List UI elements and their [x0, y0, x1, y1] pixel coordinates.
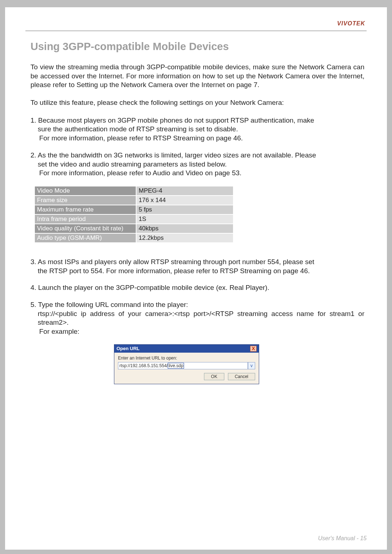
dialog-body: Enter an Internet URL to open: rtsp://19… — [114, 353, 259, 384]
setting-label: Video Mode — [34, 186, 136, 196]
setting-value: 1S — [136, 214, 233, 224]
setting-label: Video quality (Constant bit rate) — [34, 224, 136, 233]
settings-table: Video Mode MPEG-4 Frame size 176 x 144 M… — [34, 186, 234, 243]
dropdown-icon[interactable]: v — [248, 362, 255, 369]
step-3-lead: 3. As most ISPs and players only allow R… — [30, 258, 364, 267]
step-3: 3. As most ISPs and players only allow R… — [30, 258, 364, 275]
step-5-lead: 5. Type the following URL command into t… — [30, 300, 364, 309]
document-page: VIVOTEK Using 3GPP-compatible Mobile Dev… — [5, 7, 387, 550]
dialog-title-text: Open URL — [117, 346, 140, 351]
url-input-row: rtsp://192.168.5.151:554/live.sdp v — [118, 362, 255, 369]
step-1-more: For more information, please refer to RT… — [30, 134, 364, 143]
table-row: Video quality (Constant bit rate) 40kbps — [34, 224, 233, 233]
setting-label: Intra frame period — [34, 214, 136, 224]
setting-value: 12.2kbps — [136, 233, 233, 243]
url-input-selection: live.sdp — [168, 363, 184, 369]
table-row: Intra frame period 1S — [34, 214, 233, 224]
cancel-button[interactable]: Cancel — [228, 373, 255, 380]
step-5-url: rtsp://<public ip address of your camera… — [30, 309, 364, 327]
step-4-lead: 4. Launch the player on the 3GPP-compati… — [30, 283, 364, 292]
step-1-lead: 1. Because most players on 3GPP mobile p… — [30, 116, 364, 125]
step-4: 4. Launch the player on the 3GPP-compati… — [30, 283, 364, 292]
setting-label: Audio type (GSM-AMR) — [34, 233, 136, 243]
ok-button[interactable]: OK — [204, 373, 224, 380]
table-row: Audio type (GSM-AMR) 12.2kbps — [34, 233, 233, 243]
page-footer: User's Manual - 15 — [318, 535, 367, 542]
step-2: 2. As the the bandwidth on 3G networks i… — [30, 151, 364, 178]
url-input-prefix: rtsp://192.168.5.151:554/ — [119, 363, 168, 368]
setting-label: Maximum frame rate — [34, 205, 136, 214]
setting-value: MPEG-4 — [136, 186, 233, 196]
step-1: 1. Because most players on 3GPP mobile p… — [30, 116, 364, 143]
step-1-cont: sure the authentication mode of RTSP str… — [30, 125, 364, 134]
step-2-lead: 2. As the the bandwidth on 3G networks i… — [30, 151, 364, 160]
dialog-button-row: OK Cancel — [118, 373, 255, 380]
section-title: Using 3GPP-compatible Mobile Devices — [30, 41, 364, 53]
step-2-more: For more information, please refer to Au… — [30, 169, 364, 178]
intro-paragraph: To view the streaming media through 3GPP… — [30, 63, 364, 90]
brand-label: VIVOTEK — [25, 20, 367, 27]
setting-value: 176 x 144 — [136, 196, 233, 205]
setting-value: 40kbps — [136, 224, 233, 233]
step-3-cont: the RTSP port to 554. For more informati… — [30, 267, 364, 276]
table-row: Video Mode MPEG-4 — [34, 186, 233, 196]
setting-value: 5 fps — [136, 205, 233, 214]
open-url-dialog: Open URL X Enter an Internet URL to open… — [114, 344, 259, 384]
url-input-label: Enter an Internet URL to open: — [118, 356, 255, 361]
table-row: Frame size 176 x 144 — [34, 196, 233, 205]
page-content: Using 3GPP-compatible Mobile Devices To … — [25, 41, 367, 384]
close-icon[interactable]: X — [250, 346, 257, 352]
setting-label: Frame size — [34, 196, 136, 205]
dialog-titlebar: Open URL X — [114, 345, 259, 353]
step-5: 5. Type the following URL command into t… — [30, 300, 364, 336]
table-row: Maximum frame rate 5 fps — [34, 205, 233, 214]
divider — [25, 30, 367, 31]
step-2-cont: set the video and audio streaming parame… — [30, 160, 364, 169]
utilize-paragraph: To utilize this feature, please check th… — [30, 98, 364, 107]
open-url-dialog-wrap: Open URL X Enter an Internet URL to open… — [30, 344, 364, 384]
url-input[interactable]: rtsp://192.168.5.151:554/live.sdp — [118, 362, 248, 369]
step-5-example-label: For example: — [30, 327, 364, 336]
